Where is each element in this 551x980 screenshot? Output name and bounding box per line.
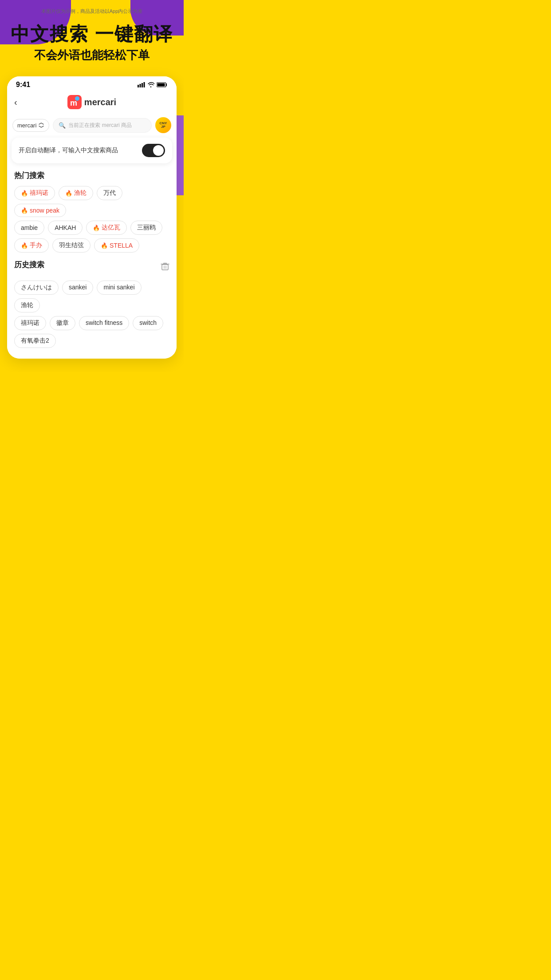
hot-tag-dayiwa[interactable]: 🔥 达亿瓦 [86,221,127,235]
history-tag-xima2[interactable]: 禧玛诺 [14,316,46,330]
toggle-knob [153,145,164,156]
history-tag-switch[interactable]: switch [133,316,163,330]
hot-tag-stella[interactable]: 🔥 STELLA [94,238,139,253]
svg-rect-1 [140,84,141,87]
history-tag-youyang[interactable]: 有氧拳击2 [14,334,56,348]
signal-icon [138,82,145,87]
cny-label: CNYJP [160,122,167,130]
hot-tag-yuzuru[interactable]: 羽生结弦 [52,238,91,253]
wifi-icon [147,82,154,87]
status-icons [138,82,168,87]
top-notice: 本图片仅为示例，商品及活动以App内公示为准 [0,0,184,19]
phone-mockup: 9:41 [7,76,177,359]
history-tag-row-3: 有氧拳击2 [14,334,169,348]
fire-icon-2: 🔥 [65,190,72,197]
history-tag-minisankei[interactable]: mini sankei [97,281,141,295]
hot-tag-row-2: ambie AHKAH 🔥 达亿瓦 三丽鸥 [14,221,169,235]
fire-icon-5: 🔥 [21,242,28,249]
hot-tag-row-3: 🔥 手办 羽生结弦 🔥 STELLA [14,238,169,253]
fire-icon-6: 🔥 [101,242,108,249]
history-header: 历史搜索 [14,260,169,275]
search-area: mercari 🔍 当前正在搜索 mercari 商品 CNYJP [7,114,177,138]
hot-tag-ahkah[interactable]: AHKAH [48,221,83,235]
svg-rect-2 [142,83,143,87]
svg-rect-5 [157,83,165,87]
headline-main: 中文搜索 一键翻译 [9,24,175,45]
trash-icon [161,262,169,271]
nav-back-button[interactable]: ‹ [14,97,17,107]
app-container: 本图片仅为示例，商品及活动以App内公示为准 中文搜索 一键翻译 不会外语也能轻… [0,0,184,372]
fire-icon-1: 🔥 [21,190,28,197]
history-tag-sankeiwa[interactable]: さんけいは [14,281,59,295]
switch-icon [38,122,44,128]
platform-label: mercari [17,122,36,129]
history-section: 历史搜索 さんけいは [14,260,169,348]
hot-tag-sanliou[interactable]: 三丽鸥 [130,221,162,235]
history-title: 历史搜索 [14,260,44,270]
history-tag-switchfitness[interactable]: switch fitness [79,316,129,330]
hot-tag-xima[interactable]: 🔥 禧玛诺 [14,186,55,200]
hot-tag-shouban[interactable]: 🔥 手办 [14,238,49,253]
search-input[interactable]: 🔍 当前正在搜索 mercari 商品 [53,118,152,133]
search-placeholder: 当前正在搜索 mercari 商品 [68,122,132,129]
cny-button[interactable]: CNYJP [155,117,171,133]
nav-logo: m mercari [67,95,116,109]
hot-search-title: 热门搜索 [14,170,169,181]
notice-text: 本图片仅为示例，商品及活动以App内公示为准 [41,8,143,14]
nav-bar: ‹ m mercari [7,91,177,114]
status-time: 9:41 [16,81,30,89]
history-tag-huizhang[interactable]: 徽章 [50,316,75,330]
status-bar: 9:41 [7,76,177,91]
hot-tag-ambie[interactable]: ambie [14,221,44,235]
history-tag-row-1: さんけいは sankei mini sankei 渔轮 [14,281,169,312]
svg-rect-9 [162,265,168,270]
delete-history-button[interactable] [161,262,169,273]
fire-icon-4: 🔥 [93,225,100,231]
svg-rect-0 [138,85,139,87]
translate-bar: 开启自动翻译，可输入中文搜索商品 [12,138,172,163]
battery-icon [157,82,168,87]
history-tag-sankei[interactable]: sankei [62,281,93,295]
history-tag-row-2: 禧玛诺 徽章 switch fitness switch [14,316,169,330]
fire-icon-3: 🔥 [21,207,28,214]
hot-tag-snowpeak[interactable]: 🔥 snow peak [14,204,66,217]
bottom-padding [0,359,184,372]
translate-toggle[interactable] [142,144,165,157]
mercari-logo-icon: m [67,95,82,109]
svg-rect-3 [144,82,145,87]
hot-tag-wandai[interactable]: 万代 [97,186,122,200]
translate-text: 开启自动翻译，可输入中文搜索商品 [19,146,118,154]
hot-tag-row-1: 🔥 禧玛诺 🔥 渔轮 万代 🔥 snow peak [14,186,169,217]
platform-selector[interactable]: mercari [12,119,49,132]
headline-sub: 不会外语也能轻松下单 [9,47,175,63]
mercari-logo-text: mercari [84,97,116,107]
history-tag-yulun2[interactable]: 渔轮 [14,298,40,312]
hot-tag-yulun[interactable]: 🔥 渔轮 [59,186,93,200]
headline-section: 中文搜索 一键翻译 不会外语也能轻松下单 [0,19,184,72]
svg-text:m: m [70,99,77,107]
content-area: 热门搜索 🔥 禧玛诺 🔥 渔轮 万代 🔥 snow peak [7,163,177,359]
search-icon: 🔍 [59,122,66,129]
